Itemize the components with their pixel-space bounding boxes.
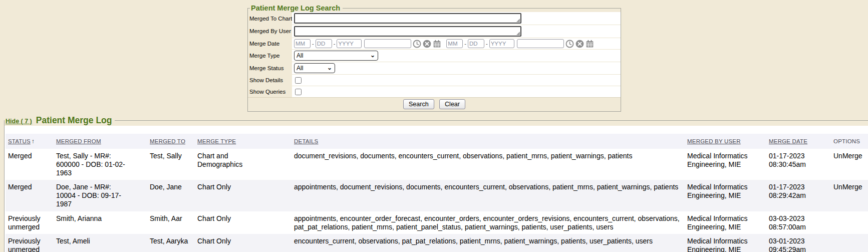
cell-merge-type: Chart Only [195,180,292,211]
merge-log-table: STATUS↑ MERGED FROM MERGED TO MERGE TYPE… [6,134,868,252]
date-from-year-input[interactable] [337,39,362,48]
merged-by-user-input[interactable] [294,26,521,37]
table-header-row: STATUS↑ MERGED FROM MERGED TO MERGE TYPE… [6,134,868,149]
cell-options: UnMerge [831,149,868,180]
merge-date-from-group: - - [294,39,441,48]
column-header-options: OPTIONS [831,134,868,149]
show-queries-label: Show Queries [248,86,292,97]
unmerge-action[interactable]: UnMerge [833,152,862,160]
merge-status-label: Merge Status [248,62,292,74]
merged-by-user-label: Merged By User [248,25,292,38]
column-header-details[interactable]: DETAILS [292,134,685,149]
table-row: Merged Doe, Jane - MR#: 10004 - DOB: 09-… [6,180,868,211]
show-details-checkbox[interactable] [295,77,302,84]
calendar-icon[interactable] [586,40,594,48]
date-to-day-input[interactable] [468,39,484,48]
resize-grip-icon [516,19,520,22]
cell-status: Previously unmerged [6,234,54,252]
column-header-merged-to[interactable]: MERGED TO [147,134,195,149]
date-separator: - [334,41,336,47]
form-row-merged-to-chart: Merged To Chart [248,12,621,25]
column-header-merge-date[interactable]: MERGE DATE [766,134,831,149]
form-row-merge-date: Merge Date - - - [248,38,621,49]
merge-log-table-wrap: STATUS↑ MERGED FROM MERGED TO MERGE TYPE… [5,126,868,252]
clock-icon[interactable] [413,40,421,48]
search-form-title: Patient Merge Log Search [250,4,343,12]
cell-merged-by-user: Medical Informatics Engineering, MIE [685,149,766,180]
patient-merge-log-search-form: Patient Merge Log Search Merged To Chart… [247,4,621,112]
cell-merged-from: Test, Sally - MR#: 600000 - DOB: 01-02-1… [54,149,147,180]
merge-date-to-group: - - [446,39,594,48]
form-row-merge-type: Merge Type All ⌄ [248,49,621,62]
date-from-day-input[interactable] [316,39,332,48]
cell-options: UnMerge [831,180,868,211]
cell-merged-to: Test, Aaryka [147,234,195,252]
cell-status: Previously unmerged [6,211,54,234]
section-title: Patient Merge Log [36,115,112,126]
date-separator: - [464,41,466,47]
cell-merge-type: Chart Only [195,211,292,234]
search-button[interactable]: Search [403,99,434,109]
clear-button[interactable]: Clear [439,99,465,109]
form-row-show-details: Show Details [248,74,621,86]
page: { "colors": { "page_bg": "#f1ead7", "acc… [0,0,868,252]
cell-merged-from: Test, Ameli [54,234,147,252]
cell-options [831,211,868,234]
cell-details: appointments, encounter_order_forecast, … [292,211,685,234]
patient-merge-log-section: Hide ( 7 ) Patient Merge Log STATUS↑ MER… [4,115,868,252]
hide-link[interactable]: Hide ( 7 ) [6,118,32,125]
cell-details: encounters_current, observations, pat_pa… [292,234,685,252]
merge-status-select[interactable]: All [294,63,335,73]
circle-x-icon[interactable] [575,40,584,48]
cell-status: Merged [6,149,54,180]
form-row-show-queries: Show Queries [248,86,621,97]
date-from-time-input[interactable] [364,39,411,48]
cell-merged-to: Smith, Aar [147,211,195,234]
cell-merged-from: Smith, Arianna [54,211,147,234]
cell-merge-type: Chart and Demographics [195,149,292,180]
date-separator: - [486,41,488,47]
calendar-icon[interactable] [433,40,441,48]
merge-log-header: Hide ( 7 ) Patient Merge Log [5,115,115,126]
table-row: Previously unmerged Smith, Arianna Smith… [6,211,868,234]
unmerge-action[interactable]: UnMerge [833,183,862,191]
cell-merge-date: 01-17-2023 08:30:45am [766,149,831,180]
date-to-year-input[interactable] [489,39,514,48]
sort-ascending-icon: ↑ [32,138,35,145]
cell-merge-date: 03-03-2023 08:57:00am [766,211,831,234]
cell-merged-to: Test, Sally [147,149,195,180]
cell-merge-date: 01-17-2023 08:29:42am [766,180,831,211]
clock-icon[interactable] [565,40,574,48]
date-separator: - [312,41,314,47]
cell-merged-by-user: Medical Informatics Engineering, MIE [685,211,766,234]
merge-type-label: Merge Type [248,49,292,62]
cell-merged-from: Doe, Jane - MR#: 10004 - DOB: 09-17-1987 [54,180,147,211]
column-header-merge-type[interactable]: MERGE TYPE [195,134,292,149]
column-header-status[interactable]: STATUS↑ [6,134,54,149]
show-queries-checkbox[interactable] [295,89,302,95]
date-to-month-input[interactable] [446,39,463,48]
date-to-time-input[interactable] [517,39,564,48]
cell-merged-by-user: Medical Informatics Engineering, MIE [685,180,766,211]
column-header-merged-by-user[interactable]: MERGED BY USER [685,134,766,149]
cell-merge-type: Chart Only [195,234,292,252]
column-header-merged-from[interactable]: MERGED FROM [54,134,147,149]
cell-status: Merged [6,180,54,211]
merged-to-chart-input[interactable] [294,13,521,24]
merge-date-label: Merge Date [248,38,292,49]
cell-merged-by-user: Medical Informatics Engineering, MIE [685,234,766,252]
form-row-merged-by-user: Merged By User [248,25,621,38]
cell-options [831,234,868,252]
form-row-merge-status: Merge Status All ⌄ [248,62,621,74]
cell-details: appointments, document_revisions, docume… [292,180,685,211]
show-details-label: Show Details [248,74,292,86]
circle-x-icon[interactable] [423,40,431,48]
date-from-month-input[interactable] [294,39,311,48]
resize-grip-icon [516,32,520,35]
cell-merged-to: Doe, Jane [147,180,195,211]
table-row: Merged Test, Sally - MR#: 600000 - DOB: … [6,149,868,180]
cell-merge-date: 03-01-2023 09:45:29am [766,234,831,252]
cell-details: document_revisions, documents, encounter… [292,149,685,180]
merged-to-chart-label: Merged To Chart [248,12,292,25]
merge-type-select[interactable]: All [294,51,378,61]
